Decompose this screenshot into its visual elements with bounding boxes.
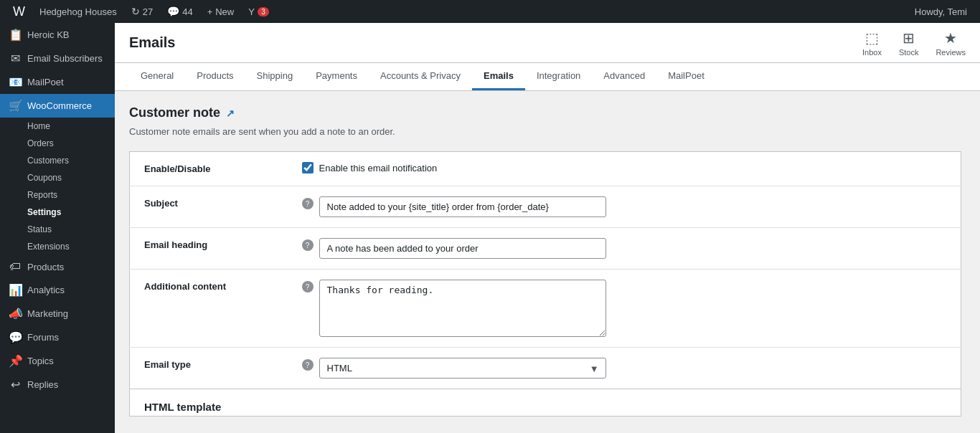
additional-content-label: Additional content	[130, 270, 288, 348]
tab-products[interactable]: Products	[185, 63, 245, 90]
settings-form-table: Enable/Disable Enable this email notific…	[129, 151, 961, 389]
subject-label: Subject	[130, 186, 288, 228]
enable-checkbox-row: Enable this email notification	[302, 162, 947, 173]
email-type-field-row: ? HTML Plain text Multipart ▼	[302, 358, 947, 379]
email-type-label: Email type	[130, 348, 288, 389]
tab-integration[interactable]: Integration	[525, 63, 592, 90]
new-button[interactable]: + New	[200, 0, 242, 23]
page-header: Emails ⬚ Inbox ⊞ Stock ★ Reviews	[115, 23, 980, 63]
email-heading-field: ?	[288, 228, 961, 270]
email-heading-help-icon[interactable]: ?	[302, 239, 314, 251]
enable-disable-label: Enable/Disable	[130, 152, 288, 186]
tab-general[interactable]: General	[129, 63, 185, 90]
sidebar-sub-coupons[interactable]: Coupons	[0, 169, 115, 186]
woocommerce-icon: 🛒	[9, 99, 22, 113]
sidebar-item-forums[interactable]: 💬 Forums	[0, 325, 115, 349]
enable-checkbox[interactable]	[302, 162, 314, 173]
stock-icon: ⊞	[903, 29, 915, 47]
sidebar-item-products[interactable]: 🏷 Products	[0, 255, 115, 278]
updates-button[interactable]: ↻ 27	[124, 0, 160, 23]
settings-content: Customer note ↗ Customer note emails are…	[115, 91, 976, 431]
email-heading-label: Email heading	[130, 228, 288, 270]
sidebar-item-heroic-kb[interactable]: 📋 Heroic KB	[0, 23, 115, 47]
page-title: Emails	[129, 34, 175, 51]
email-type-select[interactable]: HTML Plain text Multipart	[319, 358, 606, 379]
email-type-row: Email type ? HTML Plain text Multipart ▼	[130, 348, 961, 389]
yoast-button[interactable]: Y 3	[241, 0, 276, 23]
sidebar-sub-customers[interactable]: Customers	[0, 152, 115, 169]
wp-logo[interactable]: W	[6, 4, 32, 19]
main-content: Emails ⬚ Inbox ⊞ Stock ★ Reviews General	[115, 23, 980, 433]
sidebar-sub-status[interactable]: Status	[0, 221, 115, 238]
reviews-button[interactable]: ★ Reviews	[936, 29, 966, 57]
heroic-kb-icon: 📋	[9, 28, 22, 42]
sidebar-item-analytics[interactable]: 📊 Analytics	[0, 278, 115, 302]
subject-help-icon[interactable]: ?	[302, 198, 314, 209]
email-heading-row: Email heading ?	[130, 228, 961, 270]
additional-content-field: ? Thanks for reading.	[288, 270, 961, 348]
plus-icon: +	[207, 6, 213, 17]
reviews-icon: ★	[944, 29, 957, 47]
howdy-menu[interactable]: Howdy, Temi	[908, 0, 974, 23]
marketing-icon: 📣	[9, 307, 22, 320]
email-type-field: ? HTML Plain text Multipart ▼	[288, 348, 961, 389]
additional-content-help-icon[interactable]: ?	[302, 281, 314, 292]
sidebar-item-email-subscribers[interactable]: ✉ Email Subscribers	[0, 47, 115, 70]
sidebar-sub-settings[interactable]: Settings	[0, 204, 115, 221]
sidebar-item-topics[interactable]: 📌 Topics	[0, 349, 115, 373]
email-heading-field-row: ?	[302, 238, 947, 259]
mailpoet-icon: 📧	[9, 75, 22, 89]
enable-checkbox-label: Enable this email notification	[319, 163, 438, 173]
subject-field-row: ?	[302, 196, 947, 217]
email-type-select-wrap: HTML Plain text Multipart ▼	[319, 358, 606, 379]
stock-button[interactable]: ⊞ Stock	[899, 29, 919, 57]
sidebar-sub-extensions[interactable]: Extensions	[0, 238, 115, 255]
sidebar-sub-reports[interactable]: Reports	[0, 186, 115, 204]
comments-button[interactable]: 💬 44	[160, 0, 199, 23]
yoast-icon: Y	[248, 6, 255, 17]
tab-accounts-privacy[interactable]: Accounts & Privacy	[369, 63, 472, 90]
header-actions: ⬚ Inbox ⊞ Stock ★ Reviews	[862, 29, 966, 57]
sidebar-sub-orders[interactable]: Orders	[0, 135, 115, 152]
tab-navigation: General Products Shipping Payments Accou…	[115, 63, 980, 91]
comments-icon: 💬	[167, 6, 179, 17]
expand-icon[interactable]: ↗	[226, 108, 235, 119]
tab-emails[interactable]: Emails	[472, 63, 525, 90]
additional-content-row: Additional content ? Thanks for reading.	[130, 270, 961, 348]
additional-content-field-row: ? Thanks for reading.	[302, 280, 947, 337]
analytics-icon: 📊	[9, 283, 22, 297]
section-title: Customer note ↗	[129, 105, 961, 120]
subject-input[interactable]	[319, 196, 606, 217]
products-icon: 🏷	[9, 260, 22, 273]
updates-icon: ↻	[131, 6, 140, 17]
forums-icon: 💬	[9, 330, 22, 344]
inbox-icon: ⬚	[865, 29, 879, 47]
additional-content-textarea[interactable]: Thanks for reading.	[319, 280, 606, 337]
subject-field: ?	[288, 186, 961, 228]
topics-icon: 📌	[9, 354, 22, 368]
email-type-help-icon[interactable]: ?	[302, 359, 314, 371]
layout: 📋 Heroic KB ✉ Email Subscribers 📧 MailPo…	[0, 23, 980, 433]
tab-payments[interactable]: Payments	[304, 63, 369, 90]
sidebar-item-mailpoet[interactable]: 📧 MailPoet	[0, 70, 115, 94]
sidebar-sub-home[interactable]: Home	[0, 118, 115, 135]
subject-row: Subject ?	[130, 186, 961, 228]
enable-disable-row: Enable/Disable Enable this email notific…	[130, 152, 961, 186]
tab-shipping[interactable]: Shipping	[245, 63, 305, 90]
sidebar-item-marketing[interactable]: 📣 Marketing	[0, 302, 115, 325]
email-heading-input[interactable]	[319, 238, 606, 259]
tab-mailpoet[interactable]: MailPoet	[656, 63, 716, 90]
sidebar: 📋 Heroic KB ✉ Email Subscribers 📧 MailPo…	[0, 23, 115, 433]
sidebar-item-replies[interactable]: ↩ Replies	[0, 373, 115, 396]
section-description: Customer note emails are sent when you a…	[129, 126, 961, 137]
tab-advanced[interactable]: Advanced	[592, 63, 656, 90]
html-template-label: HTML template	[129, 389, 961, 417]
admin-bar: W Hedgehog Houses ↻ 27 💬 44 + New Y 3 Ho…	[0, 0, 980, 23]
email-subscribers-icon: ✉	[9, 52, 22, 65]
enable-disable-field: Enable this email notification	[288, 152, 961, 186]
replies-icon: ↩	[9, 378, 22, 391]
site-name[interactable]: Hedgehog Houses	[32, 0, 124, 23]
sidebar-item-woocommerce[interactable]: 🛒 WooCommerce	[0, 94, 115, 118]
inbox-button[interactable]: ⬚ Inbox	[862, 29, 882, 57]
